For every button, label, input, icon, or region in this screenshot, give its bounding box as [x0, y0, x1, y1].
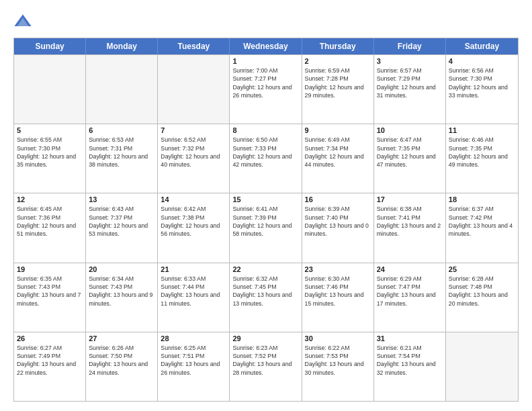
day-number: 15: [232, 195, 298, 203]
day-info: Sunrise: 6:33 AM Sunset: 7:44 PM Dayligh…: [161, 275, 226, 308]
day-cell-4: 4Sunrise: 6:56 AM Sunset: 7:30 PM Daylig…: [446, 55, 518, 124]
day-cell-2: 2Sunrise: 6:59 AM Sunset: 7:28 PM Daylig…: [302, 55, 374, 124]
day-number: 4: [449, 57, 515, 65]
day-info: Sunrise: 6:57 AM Sunset: 7:29 PM Dayligh…: [377, 66, 443, 99]
day-info: Sunrise: 6:26 AM Sunset: 7:50 PM Dayligh…: [89, 344, 154, 377]
day-info: Sunrise: 6:39 AM Sunset: 7:40 PM Dayligh…: [305, 205, 371, 238]
day-cell-15: 15Sunrise: 6:41 AM Sunset: 7:39 PM Dayli…: [230, 193, 302, 262]
day-info: Sunrise: 6:35 AM Sunset: 7:43 PM Dayligh…: [17, 275, 83, 308]
day-number: 21: [161, 265, 226, 273]
day-number: 27: [89, 334, 154, 342]
day-info: Sunrise: 6:23 AM Sunset: 7:52 PM Dayligh…: [232, 344, 298, 377]
logo-icon: [13, 12, 32, 31]
day-number: 13: [89, 195, 154, 203]
day-number: 18: [449, 195, 515, 203]
day-cell-28: 28Sunrise: 6:25 AM Sunset: 7:51 PM Dayli…: [158, 332, 230, 401]
day-cell-23: 23Sunrise: 6:30 AM Sunset: 7:46 PM Dayli…: [302, 263, 374, 332]
day-number: 2: [305, 57, 371, 65]
day-cell-22: 22Sunrise: 6:32 AM Sunset: 7:45 PM Dayli…: [230, 263, 302, 332]
day-info: Sunrise: 6:42 AM Sunset: 7:38 PM Dayligh…: [161, 205, 226, 238]
day-number: 31: [377, 334, 443, 342]
day-number: 19: [17, 265, 83, 273]
calendar-row-1: 5Sunrise: 6:55 AM Sunset: 7:30 PM Daylig…: [14, 124, 518, 193]
day-cell-7: 7Sunrise: 6:52 AM Sunset: 7:32 PM Daylig…: [158, 124, 230, 193]
day-number: 30: [305, 334, 371, 342]
header-cell-tuesday: Tuesday: [158, 38, 230, 54]
day-info: Sunrise: 6:32 AM Sunset: 7:45 PM Dayligh…: [232, 275, 298, 308]
day-number: 22: [232, 265, 298, 273]
calendar-body: 1Sunrise: 7:00 AM Sunset: 7:27 PM Daylig…: [14, 54, 518, 401]
day-number: 11: [449, 126, 515, 134]
day-cell-13: 13Sunrise: 6:43 AM Sunset: 7:37 PM Dayli…: [86, 193, 158, 262]
day-info: Sunrise: 6:22 AM Sunset: 7:53 PM Dayligh…: [305, 344, 371, 377]
day-cell-31: 31Sunrise: 6:21 AM Sunset: 7:54 PM Dayli…: [374, 332, 446, 401]
day-number: 8: [232, 126, 298, 134]
day-info: Sunrise: 6:55 AM Sunset: 7:30 PM Dayligh…: [17, 136, 83, 169]
day-info: Sunrise: 6:52 AM Sunset: 7:32 PM Dayligh…: [161, 136, 226, 169]
day-info: Sunrise: 6:37 AM Sunset: 7:42 PM Dayligh…: [449, 205, 515, 238]
day-info: Sunrise: 6:27 AM Sunset: 7:49 PM Dayligh…: [17, 344, 83, 377]
day-cell-19: 19Sunrise: 6:35 AM Sunset: 7:43 PM Dayli…: [14, 263, 86, 332]
day-cell-30: 30Sunrise: 6:22 AM Sunset: 7:53 PM Dayli…: [302, 332, 374, 401]
header-cell-sunday: Sunday: [14, 38, 86, 54]
page: SundayMondayTuesdayWednesdayThursdayFrid…: [0, 0, 532, 411]
header-cell-monday: Monday: [86, 38, 158, 54]
day-info: Sunrise: 6:30 AM Sunset: 7:46 PM Dayligh…: [305, 275, 371, 308]
day-number: 12: [17, 195, 83, 203]
day-number: 1: [232, 57, 298, 65]
day-number: 25: [449, 265, 515, 273]
day-number: 16: [305, 195, 371, 203]
day-cell-20: 20Sunrise: 6:34 AM Sunset: 7:43 PM Dayli…: [86, 263, 158, 332]
day-number: 9: [305, 126, 371, 134]
day-number: 26: [17, 334, 83, 342]
day-cell-empty-0-0: [14, 55, 86, 124]
day-cell-6: 6Sunrise: 6:53 AM Sunset: 7:31 PM Daylig…: [86, 124, 158, 193]
calendar-row-4: 26Sunrise: 6:27 AM Sunset: 7:49 PM Dayli…: [14, 332, 518, 401]
day-info: Sunrise: 6:34 AM Sunset: 7:43 PM Dayligh…: [89, 275, 154, 308]
day-cell-29: 29Sunrise: 6:23 AM Sunset: 7:52 PM Dayli…: [230, 332, 302, 401]
day-cell-9: 9Sunrise: 6:49 AM Sunset: 7:34 PM Daylig…: [302, 124, 374, 193]
day-number: 28: [161, 334, 226, 342]
day-cell-12: 12Sunrise: 6:45 AM Sunset: 7:36 PM Dayli…: [14, 193, 86, 262]
day-number: 23: [305, 265, 371, 273]
day-cell-empty-0-1: [86, 55, 158, 124]
day-cell-17: 17Sunrise: 6:38 AM Sunset: 7:41 PM Dayli…: [374, 193, 446, 262]
logo: [13, 12, 35, 31]
day-info: Sunrise: 6:41 AM Sunset: 7:39 PM Dayligh…: [232, 205, 298, 238]
day-info: Sunrise: 6:28 AM Sunset: 7:48 PM Dayligh…: [449, 275, 515, 308]
day-cell-18: 18Sunrise: 6:37 AM Sunset: 7:42 PM Dayli…: [446, 193, 518, 262]
day-number: 7: [161, 126, 226, 134]
day-cell-14: 14Sunrise: 6:42 AM Sunset: 7:38 PM Dayli…: [158, 193, 230, 262]
calendar-row-3: 19Sunrise: 6:35 AM Sunset: 7:43 PM Dayli…: [14, 263, 518, 332]
day-number: 20: [89, 265, 154, 273]
day-info: Sunrise: 6:21 AM Sunset: 7:54 PM Dayligh…: [377, 344, 443, 377]
day-number: 24: [377, 265, 443, 273]
day-cell-25: 25Sunrise: 6:28 AM Sunset: 7:48 PM Dayli…: [446, 263, 518, 332]
day-info: Sunrise: 6:53 AM Sunset: 7:31 PM Dayligh…: [89, 136, 154, 169]
day-info: Sunrise: 6:25 AM Sunset: 7:51 PM Dayligh…: [161, 344, 226, 377]
day-number: 6: [89, 126, 154, 134]
day-info: Sunrise: 6:49 AM Sunset: 7:34 PM Dayligh…: [305, 136, 371, 169]
day-info: Sunrise: 6:46 AM Sunset: 7:35 PM Dayligh…: [449, 136, 515, 169]
day-cell-empty-4-6: [446, 332, 518, 401]
day-info: Sunrise: 6:43 AM Sunset: 7:37 PM Dayligh…: [89, 205, 154, 238]
day-cell-27: 27Sunrise: 6:26 AM Sunset: 7:50 PM Dayli…: [86, 332, 158, 401]
day-number: 14: [161, 195, 226, 203]
day-cell-3: 3Sunrise: 6:57 AM Sunset: 7:29 PM Daylig…: [374, 55, 446, 124]
day-info: Sunrise: 6:38 AM Sunset: 7:41 PM Dayligh…: [377, 205, 443, 238]
day-cell-10: 10Sunrise: 6:47 AM Sunset: 7:35 PM Dayli…: [374, 124, 446, 193]
calendar-row-2: 12Sunrise: 6:45 AM Sunset: 7:36 PM Dayli…: [14, 193, 518, 262]
calendar: SundayMondayTuesdayWednesdayThursdayFrid…: [13, 38, 519, 402]
day-cell-1: 1Sunrise: 7:00 AM Sunset: 7:27 PM Daylig…: [230, 55, 302, 124]
day-number: 29: [232, 334, 298, 342]
header-cell-saturday: Saturday: [446, 38, 518, 54]
day-cell-16: 16Sunrise: 6:39 AM Sunset: 7:40 PM Dayli…: [302, 193, 374, 262]
day-cell-5: 5Sunrise: 6:55 AM Sunset: 7:30 PM Daylig…: [14, 124, 86, 193]
day-cell-8: 8Sunrise: 6:50 AM Sunset: 7:33 PM Daylig…: [230, 124, 302, 193]
day-cell-21: 21Sunrise: 6:33 AM Sunset: 7:44 PM Dayli…: [158, 263, 230, 332]
calendar-header: SundayMondayTuesdayWednesdayThursdayFrid…: [14, 38, 518, 54]
header-cell-wednesday: Wednesday: [230, 38, 302, 54]
day-cell-24: 24Sunrise: 6:29 AM Sunset: 7:47 PM Dayli…: [374, 263, 446, 332]
day-info: Sunrise: 6:29 AM Sunset: 7:47 PM Dayligh…: [377, 275, 443, 308]
day-info: Sunrise: 6:45 AM Sunset: 7:36 PM Dayligh…: [17, 205, 83, 238]
